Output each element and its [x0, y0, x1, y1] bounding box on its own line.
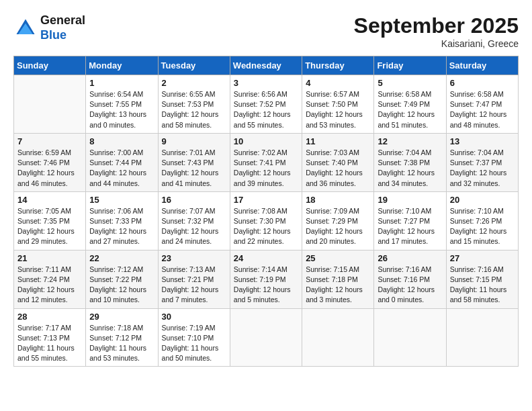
- calendar-week-row: 14Sunrise: 7:05 AM Sunset: 7:35 PM Dayli…: [14, 191, 519, 250]
- calendar-table: SundayMondayTuesdayWednesdayThursdayFrid…: [13, 56, 519, 367]
- calendar-week-row: 7Sunrise: 6:59 AM Sunset: 7:46 PM Daylig…: [14, 133, 519, 191]
- day-info: Sunrise: 6:58 AM Sunset: 7:49 PM Dayligh…: [378, 89, 442, 130]
- day-info: Sunrise: 7:06 AM Sunset: 7:33 PM Dayligh…: [89, 206, 154, 247]
- day-number: 21: [17, 253, 82, 263]
- calendar-cell: [14, 75, 86, 134]
- calendar-cell: 3Sunrise: 6:56 AM Sunset: 7:52 PM Daylig…: [230, 75, 302, 134]
- weekday-header-tuesday: Tuesday: [158, 56, 230, 75]
- calendar-cell: [374, 308, 446, 367]
- day-info: Sunrise: 7:02 AM Sunset: 7:41 PM Dayligh…: [234, 148, 298, 189]
- day-info: Sunrise: 7:12 AM Sunset: 7:22 PM Dayligh…: [89, 265, 154, 306]
- day-number: 22: [89, 253, 154, 263]
- day-info: Sunrise: 6:57 AM Sunset: 7:50 PM Dayligh…: [306, 89, 370, 130]
- day-number: 28: [17, 312, 82, 322]
- day-number: 23: [162, 253, 226, 263]
- day-info: Sunrise: 6:56 AM Sunset: 7:52 PM Dayligh…: [234, 89, 298, 130]
- calendar-cell: [230, 308, 302, 367]
- calendar-cell: 7Sunrise: 6:59 AM Sunset: 7:46 PM Daylig…: [14, 133, 86, 191]
- day-info: Sunrise: 7:08 AM Sunset: 7:30 PM Dayligh…: [234, 206, 298, 247]
- calendar-cell: 23Sunrise: 7:13 AM Sunset: 7:21 PM Dayli…: [158, 250, 230, 308]
- calendar-week-row: 28Sunrise: 7:17 AM Sunset: 7:13 PM Dayli…: [14, 308, 519, 367]
- day-number: 15: [89, 195, 154, 205]
- calendar-cell: 27Sunrise: 7:16 AM Sunset: 7:15 PM Dayli…: [446, 250, 518, 308]
- day-number: 29: [89, 312, 154, 322]
- day-info: Sunrise: 7:14 AM Sunset: 7:19 PM Dayligh…: [234, 265, 298, 306]
- day-info: Sunrise: 7:13 AM Sunset: 7:21 PM Dayligh…: [162, 265, 226, 306]
- calendar-cell: 21Sunrise: 7:11 AM Sunset: 7:24 PM Dayli…: [14, 250, 86, 308]
- calendar-cell: 4Sunrise: 6:57 AM Sunset: 7:50 PM Daylig…: [302, 75, 374, 134]
- day-info: Sunrise: 7:10 AM Sunset: 7:26 PM Dayligh…: [450, 206, 515, 247]
- calendar-cell: 12Sunrise: 7:04 AM Sunset: 7:38 PM Dayli…: [374, 133, 446, 191]
- calendar-cell: 6Sunrise: 6:58 AM Sunset: 7:47 PM Daylig…: [446, 75, 518, 134]
- weekday-header-saturday: Saturday: [446, 56, 518, 75]
- day-number: 24: [234, 253, 298, 263]
- day-number: 8: [89, 136, 154, 146]
- day-number: 5: [378, 78, 442, 88]
- day-info: Sunrise: 7:01 AM Sunset: 7:43 PM Dayligh…: [162, 148, 226, 189]
- day-info: Sunrise: 7:03 AM Sunset: 7:40 PM Dayligh…: [306, 148, 370, 189]
- weekday-header-friday: Friday: [374, 56, 446, 75]
- logo-icon: [13, 16, 38, 40]
- calendar-cell: 8Sunrise: 7:00 AM Sunset: 7:44 PM Daylig…: [86, 133, 158, 191]
- day-info: Sunrise: 7:04 AM Sunset: 7:37 PM Dayligh…: [450, 148, 515, 189]
- day-number: 6: [450, 78, 515, 88]
- calendar-cell: 11Sunrise: 7:03 AM Sunset: 7:40 PM Dayli…: [302, 133, 374, 191]
- weekday-header-sunday: Sunday: [14, 56, 86, 75]
- day-info: Sunrise: 7:04 AM Sunset: 7:38 PM Dayligh…: [378, 148, 442, 189]
- day-info: Sunrise: 7:05 AM Sunset: 7:35 PM Dayligh…: [17, 206, 82, 247]
- day-number: 14: [17, 195, 82, 205]
- calendar-cell: 26Sunrise: 7:16 AM Sunset: 7:16 PM Dayli…: [374, 250, 446, 308]
- day-number: 2: [162, 78, 226, 88]
- calendar-cell: 25Sunrise: 7:15 AM Sunset: 7:18 PM Dayli…: [302, 250, 374, 308]
- day-number: 7: [17, 136, 82, 146]
- title-block: September 2025 Kaisariani, Greece: [354, 13, 519, 49]
- calendar-cell: 29Sunrise: 7:18 AM Sunset: 7:12 PM Dayli…: [86, 308, 158, 367]
- day-number: 9: [162, 136, 226, 146]
- day-info: Sunrise: 6:54 AM Sunset: 7:55 PM Dayligh…: [89, 89, 154, 130]
- calendar-cell: 17Sunrise: 7:08 AM Sunset: 7:30 PM Dayli…: [230, 191, 302, 250]
- day-info: Sunrise: 7:19 AM Sunset: 7:10 PM Dayligh…: [162, 323, 226, 364]
- page-header: General Blue September 2025 Kaisariani, …: [13, 13, 519, 49]
- day-number: 26: [378, 253, 442, 263]
- day-info: Sunrise: 7:09 AM Sunset: 7:29 PM Dayligh…: [306, 206, 370, 247]
- calendar-cell: 2Sunrise: 6:55 AM Sunset: 7:53 PM Daylig…: [158, 75, 230, 134]
- day-number: 17: [234, 195, 298, 205]
- calendar-cell: 19Sunrise: 7:10 AM Sunset: 7:27 PM Dayli…: [374, 191, 446, 250]
- calendar-cell: 30Sunrise: 7:19 AM Sunset: 7:10 PM Dayli…: [158, 308, 230, 367]
- day-info: Sunrise: 7:16 AM Sunset: 7:16 PM Dayligh…: [378, 265, 442, 306]
- day-number: 27: [450, 253, 515, 263]
- day-info: Sunrise: 6:58 AM Sunset: 7:47 PM Dayligh…: [450, 89, 515, 130]
- day-info: Sunrise: 7:18 AM Sunset: 7:12 PM Dayligh…: [89, 323, 154, 364]
- day-info: Sunrise: 7:10 AM Sunset: 7:27 PM Dayligh…: [378, 206, 442, 247]
- day-number: 18: [306, 195, 370, 205]
- logo-text: General Blue: [40, 13, 85, 42]
- calendar-cell: 13Sunrise: 7:04 AM Sunset: 7:37 PM Dayli…: [446, 133, 518, 191]
- day-number: 16: [162, 195, 226, 205]
- calendar-cell: 16Sunrise: 7:07 AM Sunset: 7:32 PM Dayli…: [158, 191, 230, 250]
- day-number: 4: [306, 78, 370, 88]
- day-info: Sunrise: 6:55 AM Sunset: 7:53 PM Dayligh…: [162, 89, 226, 130]
- day-number: 13: [450, 136, 515, 146]
- weekday-header-wednesday: Wednesday: [230, 56, 302, 75]
- day-number: 30: [162, 312, 226, 322]
- day-info: Sunrise: 7:16 AM Sunset: 7:15 PM Dayligh…: [450, 265, 515, 306]
- day-info: Sunrise: 7:07 AM Sunset: 7:32 PM Dayligh…: [162, 206, 226, 247]
- day-info: Sunrise: 7:00 AM Sunset: 7:44 PM Dayligh…: [89, 148, 154, 189]
- day-number: 1: [89, 78, 154, 88]
- calendar-cell: 24Sunrise: 7:14 AM Sunset: 7:19 PM Dayli…: [230, 250, 302, 308]
- day-info: Sunrise: 7:15 AM Sunset: 7:18 PM Dayligh…: [306, 265, 370, 306]
- day-number: 11: [306, 136, 370, 146]
- day-info: Sunrise: 7:11 AM Sunset: 7:24 PM Dayligh…: [17, 265, 82, 306]
- month-title: September 2025: [354, 13, 519, 38]
- day-number: 19: [378, 195, 442, 205]
- calendar-cell: 5Sunrise: 6:58 AM Sunset: 7:49 PM Daylig…: [374, 75, 446, 134]
- weekday-header-monday: Monday: [86, 56, 158, 75]
- calendar-cell: 22Sunrise: 7:12 AM Sunset: 7:22 PM Dayli…: [86, 250, 158, 308]
- day-number: 25: [306, 253, 370, 263]
- calendar-cell: 10Sunrise: 7:02 AM Sunset: 7:41 PM Dayli…: [230, 133, 302, 191]
- day-info: Sunrise: 6:59 AM Sunset: 7:46 PM Dayligh…: [17, 148, 82, 189]
- day-number: 20: [450, 195, 515, 205]
- day-number: 3: [234, 78, 298, 88]
- calendar-cell: [446, 308, 518, 367]
- day-number: 10: [234, 136, 298, 146]
